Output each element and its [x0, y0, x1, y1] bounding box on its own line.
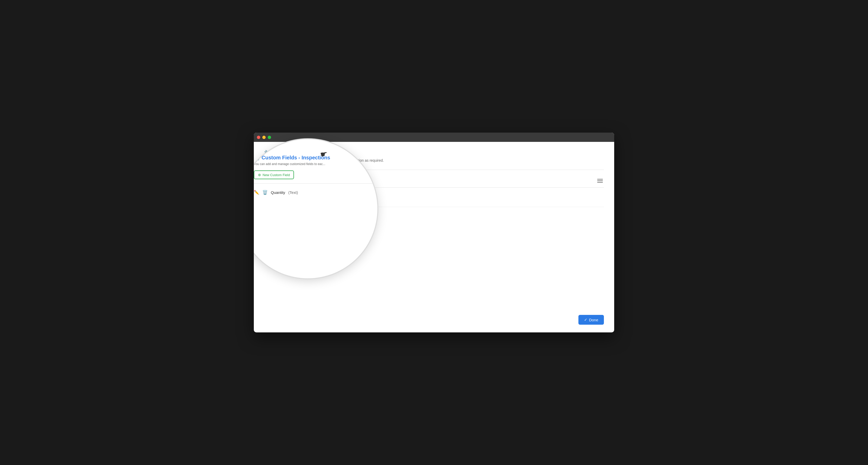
wrench-icon: 🔧 [264, 150, 271, 156]
main-window: 🔧 Custom Fields - Inspections You can ad… [254, 133, 614, 332]
plus-circle-icon: ⊕ [269, 179, 272, 183]
mag-plus-icon: ⊕ [258, 173, 261, 177]
toolbar-row: ⊕ New Custom Field [264, 176, 604, 185]
menu-line-1 [597, 179, 603, 180]
minimize-button[interactable] [262, 136, 266, 139]
field-type-quantity: (Text) [302, 198, 312, 203]
titlebar [254, 133, 614, 142]
field-row-quantity: ✏️ 🗑️ Quantity (Text) [264, 194, 604, 207]
new-custom-field-button[interactable]: ⊕ New Custom Field [264, 176, 307, 185]
new-field-label: New Custom Field [273, 179, 303, 183]
done-label: Done [589, 318, 598, 322]
field-list: ✏️ 🗑️ Quantity (Text) [264, 194, 604, 207]
menu-line-2 [597, 181, 603, 181]
menu-line-3 [597, 182, 603, 183]
page-title: Custom Fields - Inspections [273, 150, 348, 156]
done-button[interactable]: ✓ Done [579, 315, 604, 325]
checkmark-icon: ✓ [584, 317, 587, 322]
mag-wrench-icon: 🔧 [254, 155, 259, 161]
close-button[interactable] [257, 136, 260, 139]
page-subtitle: You can add and manage customized fields… [264, 158, 604, 162]
maximize-button[interactable] [268, 136, 271, 139]
field-name-quantity: Quantity [283, 198, 298, 203]
menu-icon[interactable] [596, 178, 604, 184]
mag-subtitle: You can add and manage customized fields… [254, 162, 377, 166]
mag-edit-icon[interactable]: ✏️ [254, 190, 259, 195]
delete-icon[interactable]: 🗑️ [273, 197, 279, 203]
window-content: 🔧 Custom Fields - Inspections You can ad… [254, 142, 614, 332]
edit-icon[interactable]: ✏️ [264, 197, 270, 203]
page-header: 🔧 Custom Fields - Inspections [264, 150, 604, 156]
field-list-divider [264, 187, 604, 188]
